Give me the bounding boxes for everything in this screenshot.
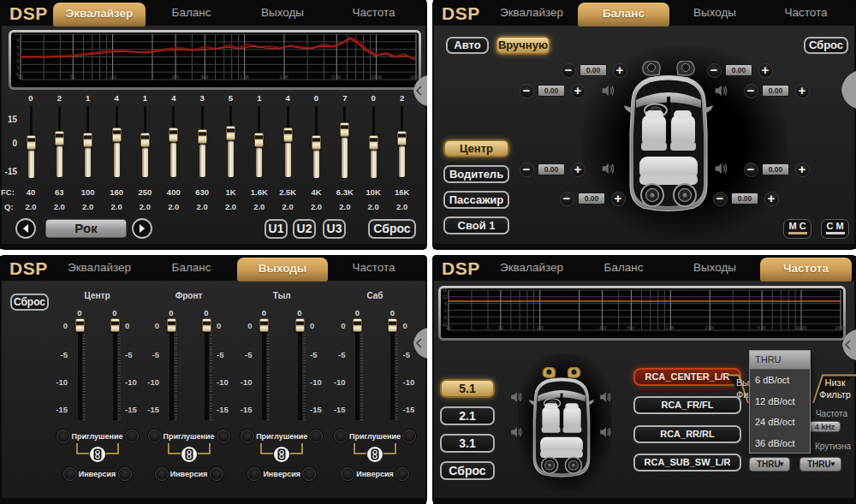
svg-text:-3: -3: [15, 66, 19, 70]
svg-text:20: 20: [446, 325, 451, 330]
svg-text:100: 100: [537, 325, 544, 330]
svg-text:500: 500: [201, 74, 209, 80]
svg-text:1.0K: 1.0K: [666, 325, 675, 330]
svg-text:300: 300: [172, 74, 180, 80]
svg-text:10.0K: 10.0K: [371, 74, 383, 80]
svg-text:5.0K: 5.0K: [758, 325, 767, 330]
svg-text:5.0K: 5.0K: [332, 74, 342, 80]
svg-text:50: 50: [498, 325, 503, 330]
svg-text:20: 20: [18, 74, 23, 80]
svg-text:2.0K: 2.0K: [280, 74, 289, 80]
svg-text:10.0K: 10.0K: [795, 325, 807, 330]
svg-text:1.0K: 1.0K: [241, 74, 250, 80]
svg-text:300: 300: [599, 325, 607, 330]
svg-text:18: 18: [443, 288, 448, 293]
svg-text:2.0K: 2.0K: [705, 325, 715, 330]
svg-text:-12: -12: [441, 323, 447, 327]
svg-text:-6: -6: [443, 316, 447, 320]
svg-text:500: 500: [627, 325, 635, 330]
svg-text:12: 12: [443, 295, 448, 299]
svg-text:100: 100: [110, 74, 117, 80]
svg-text:12: 12: [15, 32, 20, 36]
svg-text:-6: -6: [15, 73, 19, 77]
svg-text:50: 50: [70, 74, 75, 80]
